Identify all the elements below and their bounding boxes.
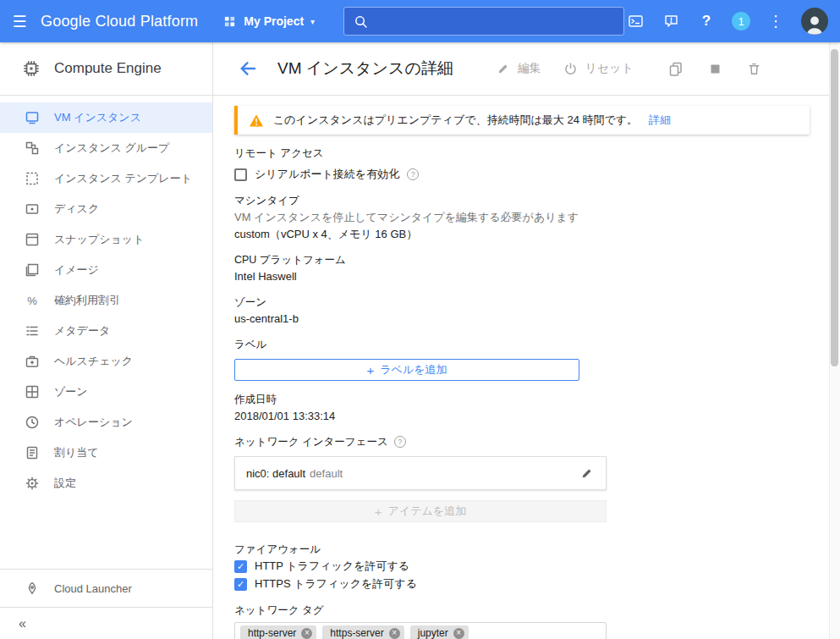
search-icon	[353, 14, 368, 29]
network-tags-label: ネットワーク タグ	[234, 603, 840, 617]
http-checkbox[interactable]: ✓	[234, 560, 247, 573]
cloud-shell-icon[interactable]	[625, 11, 645, 31]
sidebar-item-label: イメージ	[54, 262, 99, 278]
add-label-text: ラベルを追加	[380, 362, 447, 377]
sidebar-item-settings[interactable]: 設定	[0, 468, 212, 499]
delete-button[interactable]	[745, 60, 762, 77]
caret-down-icon: ▾	[310, 17, 315, 26]
sidebar-item-snapshots[interactable]: スナップショット	[0, 224, 212, 255]
app-title[interactable]: Google Cloud Platform	[41, 13, 198, 30]
sidebar-item-metadata[interactable]: メタデータ	[0, 316, 212, 346]
cpu-platform-value: Intel Haswell	[234, 270, 840, 284]
add-item-button[interactable]: + アイテムを追加	[234, 500, 607, 522]
sidebar-item-label: ゾーン	[54, 384, 88, 399]
instance-templates-icon	[25, 171, 40, 186]
collapse-icon: «	[19, 616, 26, 631]
more-vert-icon[interactable]: ⋮	[766, 11, 786, 31]
sidebar-item-label: メタデータ	[54, 323, 110, 339]
zones-icon	[25, 384, 40, 399]
serial-port-label: シリアルポート接続を有効化	[255, 167, 399, 182]
chip-close-icon[interactable]: ×	[301, 628, 312, 639]
avatar[interactable]	[801, 8, 828, 35]
snapshots-icon	[25, 232, 40, 247]
tag-label: http-server	[248, 627, 296, 639]
sidebar-item-disks[interactable]: ディスク	[0, 194, 212, 224]
sidebar-item-label: スナップショット	[54, 232, 144, 247]
serial-port-checkbox[interactable]	[234, 168, 247, 181]
notification-badge[interactable]: 1	[732, 12, 750, 30]
project-name: My Project	[244, 14, 304, 28]
stop-icon	[709, 63, 722, 75]
scrollbar-track[interactable]	[829, 42, 840, 639]
back-button[interactable]	[237, 58, 259, 80]
chip-close-icon[interactable]: ×	[453, 628, 464, 639]
sidebar-item-cloud-launcher[interactable]: Cloud Launcher	[0, 570, 212, 607]
help-icon[interactable]: ?	[407, 168, 419, 180]
stop-button[interactable]	[706, 60, 723, 77]
instance-groups-icon	[25, 140, 40, 156]
banner-details-link[interactable]: 詳細	[649, 113, 671, 128]
vm-instances-icon	[25, 110, 40, 125]
sidebar-item-quotas[interactable]: 割り当て	[0, 438, 212, 468]
edit-button[interactable]: 編集	[496, 61, 541, 76]
sidebar-item-zones[interactable]: ゾーン	[0, 377, 212, 407]
nic-subnetwork: default	[310, 467, 343, 480]
zone-value: us-central1-b	[234, 312, 840, 326]
tag-chip: jupyter ×	[410, 625, 469, 639]
edit-label: 編集	[518, 61, 541, 76]
topbar-right: ? 1 ⋮	[625, 8, 840, 35]
network-tags-input[interactable]: http-server × https-server × jupyter ×	[234, 622, 607, 639]
remote-access-label: リモート アクセス	[234, 146, 840, 160]
chip-close-icon[interactable]: ×	[389, 628, 400, 639]
sidebar-item-label: インスタンス テンプレート	[54, 171, 192, 186]
power-icon	[563, 61, 579, 76]
sidebar-item-committed-use-discounts[interactable]: % 確約利用割引	[0, 285, 212, 316]
http-row: ✓ HTTP トラフィックを許可する	[234, 559, 840, 574]
percent-icon: %	[25, 293, 40, 308]
sidebar-item-label: Cloud Launcher	[54, 582, 132, 595]
tag-label: https-server	[330, 627, 383, 639]
sidebar-item-label: オペレーション	[54, 415, 133, 430]
sidebar-item-instance-groups[interactable]: インスタンス グループ	[0, 133, 212, 163]
network-interfaces-text: ネットワーク インターフェース	[234, 435, 388, 449]
search-input[interactable]	[376, 14, 615, 29]
copy-icon	[668, 61, 684, 76]
preemptible-warning-banner: このインスタンスはプリエンプティブで、持続時間は最大 24 時間です。 詳細	[234, 106, 810, 135]
nic-card[interactable]: nic0: default default	[234, 456, 607, 490]
warning-icon	[249, 113, 264, 128]
edit-pencil-icon	[496, 61, 511, 76]
https-row: ✓ HTTPS トラフィックを許可する	[234, 576, 840, 592]
sidebar-item-operations[interactable]: オペレーション	[0, 407, 212, 438]
tag-chip: https-server ×	[322, 625, 404, 639]
topbar-left: ☰ Google Cloud Platform My Project ▾	[0, 0, 315, 42]
product-name: Compute Engine	[54, 60, 162, 77]
header-actions: 編集 リセット	[496, 60, 762, 77]
sidebar-item-label: インスタンス グループ	[54, 140, 169, 156]
https-checkbox[interactable]: ✓	[234, 578, 247, 591]
serial-port-row: シリアルポート接続を有効化 ?	[234, 167, 840, 182]
sidebar-item-label: ヘルスチェック	[54, 354, 133, 369]
app-body: Compute Engine VM インスタンス インスタンス グループ インス…	[0, 42, 840, 639]
help-icon[interactable]: ?	[696, 11, 716, 31]
clone-button[interactable]	[667, 60, 684, 77]
sidebar-item-vm-instances[interactable]: VM インスタンス	[0, 102, 212, 133]
search-bar[interactable]	[343, 7, 624, 36]
add-label-button[interactable]: + ラベルを追加	[234, 359, 579, 381]
labels-label: ラベル	[234, 338, 840, 351]
detail-content: このインスタンスはプリエンプティブで、持続時間は最大 24 時間です。 詳細 リ…	[213, 96, 840, 639]
https-label: HTTPS トラフィックを許可する	[255, 576, 417, 592]
settings-gear-icon	[25, 476, 40, 491]
sidebar-collapse-button[interactable]: «	[0, 608, 212, 639]
tag-chip: http-server ×	[240, 625, 316, 639]
feedback-icon[interactable]	[661, 11, 681, 31]
sidebar-item-images[interactable]: イメージ	[0, 255, 212, 285]
sidebar-spacer	[0, 499, 212, 569]
hamburger-menu-icon[interactable]: ☰	[0, 0, 39, 42]
sidebar-item-health-checks[interactable]: ヘルスチェック	[0, 346, 212, 377]
reset-button[interactable]: リセット	[563, 61, 634, 76]
sidebar-item-instance-templates[interactable]: インスタンス テンプレート	[0, 163, 212, 194]
help-icon[interactable]: ?	[394, 436, 406, 448]
nic-edit-button[interactable]	[579, 465, 595, 481]
scrollbar-thumb[interactable]	[831, 49, 838, 366]
project-selector[interactable]: My Project ▾	[222, 14, 315, 29]
